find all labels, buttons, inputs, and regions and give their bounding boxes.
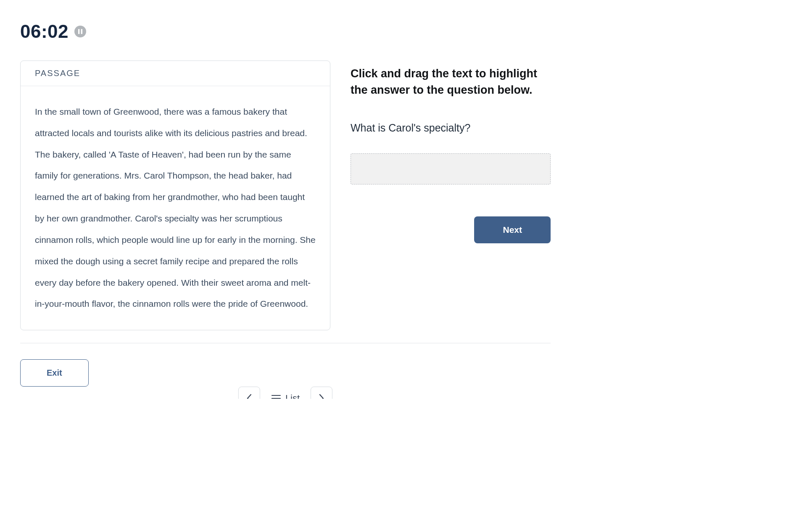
header-row: 06:02 <box>20 21 551 42</box>
passage-text[interactable]: In the small town of Greenwood, there wa… <box>35 101 316 315</box>
list-icon <box>271 394 281 399</box>
next-nav-button[interactable] <box>311 387 332 399</box>
passage-header: PASSAGE <box>21 61 330 86</box>
next-row: Next <box>351 216 551 243</box>
passage-panel: PASSAGE In the small town of Greenwood, … <box>20 61 330 330</box>
footer-divider <box>20 343 551 343</box>
timer-display: 06:02 <box>20 21 69 42</box>
question-prompt: What is Carol's specialty? <box>351 122 551 134</box>
list-button-label: List <box>285 393 300 399</box>
instruction-text: Click and drag the text to highlight the… <box>351 66 551 98</box>
svg-rect-0 <box>78 29 79 34</box>
list-button[interactable]: List <box>268 393 303 399</box>
content-row: PASSAGE In the small town of Greenwood, … <box>20 61 551 330</box>
pause-icon <box>78 29 82 34</box>
answer-dropzone[interactable] <box>351 153 551 184</box>
passage-header-label: PASSAGE <box>35 68 316 78</box>
passage-body: In the small town of Greenwood, there wa… <box>21 86 330 330</box>
svg-rect-1 <box>81 29 82 34</box>
exit-button[interactable]: Exit <box>20 359 89 387</box>
question-panel: Click and drag the text to highlight the… <box>351 61 551 243</box>
prev-button[interactable] <box>238 387 260 399</box>
next-button[interactable]: Next <box>474 216 551 243</box>
chevron-left-icon <box>246 394 252 399</box>
footer-row: Exit List <box>20 359 551 386</box>
pause-button[interactable] <box>74 26 86 37</box>
nav-center: List <box>238 387 332 399</box>
chevron-right-icon <box>319 394 324 399</box>
